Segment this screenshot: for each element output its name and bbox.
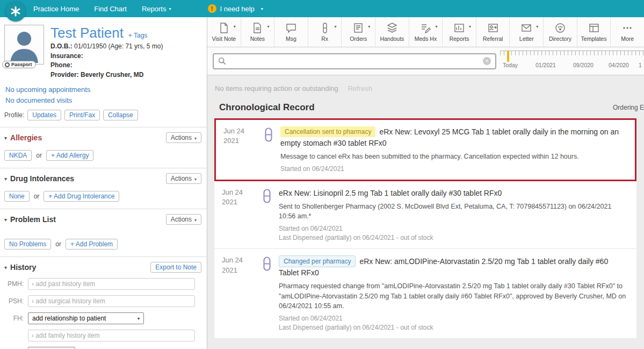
problem-list-title: Problem List bbox=[10, 215, 56, 224]
timeline-ticks bbox=[500, 51, 644, 55]
toolbar-msg-button[interactable]: Msg bbox=[274, 17, 308, 47]
timeline-marker[interactable] bbox=[507, 51, 509, 62]
search-input[interactable] bbox=[229, 57, 483, 65]
profile-row: Profile: Updates Print/Fax Collapse bbox=[0, 104, 207, 127]
nav-reports[interactable]: Reports▾ bbox=[142, 5, 171, 13]
app-root: Practice Home Find Chart Reports▾ ! I ne… bbox=[0, 0, 644, 349]
problem-list-actions-button[interactable]: Actions▾ bbox=[166, 214, 201, 225]
psh-input[interactable] bbox=[28, 295, 195, 307]
ordering-events-control[interactable]: Ordering E bbox=[613, 102, 644, 111]
add-problem-button[interactable]: + Add Problem bbox=[66, 239, 118, 250]
timeline-label[interactable]: 09/2020 bbox=[573, 62, 594, 68]
record-entry-lisinopril[interactable]: Jun 24 2021 eRx New: Lisinopril 2.5 mg T… bbox=[214, 181, 636, 249]
add-drug-intolerance-button[interactable]: + Add Drug Intolerance bbox=[44, 191, 119, 202]
caret-down-icon: ▾ bbox=[435, 24, 437, 29]
fh-input[interactable] bbox=[28, 330, 195, 341]
toolbar-handouts-button[interactable]: Handouts bbox=[375, 17, 409, 47]
updates-button[interactable]: Updates bbox=[27, 110, 61, 120]
caret-down-icon: ▾ bbox=[536, 24, 538, 29]
caret-down-icon: ▾ bbox=[194, 218, 197, 223]
add-tags-link[interactable]: + Tags bbox=[128, 32, 147, 39]
appointments-link[interactable]: No upcoming appointments bbox=[5, 86, 201, 94]
chart-timeline[interactable]: Today 01/2021 09/2020 04/2020 1 bbox=[500, 51, 644, 75]
caret-down-icon: ▾ bbox=[194, 136, 197, 141]
export-to-note-button[interactable]: Export to Note bbox=[150, 262, 201, 273]
caret-down-icon: ▾ bbox=[169, 6, 171, 11]
patient-header: Passport Test Patient + Tags D.O.B.: 01/… bbox=[0, 17, 207, 79]
nav-find-chart[interactable]: Find Chart bbox=[94, 5, 127, 13]
allergies-section: ▾ Allergies Actions▾ NKDA or + Add Aller… bbox=[0, 127, 207, 168]
record-entry-amlodipine-atorvastatin[interactable]: Jun 24 2021 Changed per pharmacyeRx New:… bbox=[214, 249, 636, 338]
app-logo[interactable] bbox=[5, 1, 26, 22]
entry-detail: Message to cancel eRx has been submitted… bbox=[280, 152, 627, 161]
timeline-label[interactable]: 1 bbox=[639, 62, 642, 68]
toolbar-rx-button[interactable]: ▾ Rx bbox=[308, 17, 342, 47]
drug-intolerances-actions-button[interactable]: Actions▾ bbox=[166, 173, 201, 184]
record-entry-levoxyl[interactable]: Jun 24 2021 Cancellation sent to pharmac… bbox=[214, 118, 636, 181]
visit-note-icon bbox=[218, 22, 230, 34]
timeline-label[interactable]: 01/2021 bbox=[536, 62, 556, 68]
entry-year: 2021 bbox=[222, 266, 255, 275]
chart-main: ▾ Visit Note ▾ Notes Msg ▾ Rx ▾ Order bbox=[207, 17, 644, 349]
or-label: or bbox=[55, 240, 61, 248]
timeline-label[interactable]: 04/2020 bbox=[609, 62, 629, 68]
entry-date: Jun 24 bbox=[223, 126, 257, 136]
entry-meta: Started on 06/24/2021 bbox=[279, 315, 629, 322]
templates-icon bbox=[588, 22, 600, 34]
caret-down-icon: ▾ bbox=[469, 24, 471, 29]
clear-search-icon[interactable]: × bbox=[483, 57, 491, 65]
toolbar-notes-button[interactable]: ▾ Notes bbox=[241, 17, 275, 47]
psh-label: PSH: bbox=[4, 297, 24, 305]
entry-year: 2021 bbox=[222, 197, 255, 207]
print-fax-button[interactable]: Print/Fax bbox=[64, 110, 100, 120]
entry-date: Jun 24 bbox=[222, 255, 255, 265]
drug-intolerances-section: ▾ Drug Intolerances Actions▾ None or + A… bbox=[0, 168, 207, 209]
collapse-button[interactable]: Collapse bbox=[103, 110, 138, 120]
nav-practice-home[interactable]: Practice Home bbox=[33, 5, 79, 13]
fh-relationship-select[interactable]: add relationship to patient ▾ bbox=[28, 312, 144, 324]
or-label: or bbox=[36, 152, 42, 159]
topbar: Practice Home Find Chart Reports▾ ! I ne… bbox=[0, 0, 644, 17]
toolbar-orders-button[interactable]: ▾ Orders bbox=[342, 17, 375, 47]
entry-year: 2021 bbox=[223, 136, 257, 146]
collapse-caret-icon[interactable]: ▾ bbox=[4, 217, 7, 223]
status-badge-cancellation: Cancellation sent to pharmacy bbox=[280, 126, 375, 137]
patient-avatar[interactable]: Passport bbox=[4, 25, 44, 65]
collapse-caret-icon[interactable]: ▾ bbox=[4, 135, 7, 141]
toolbar-meds-hx-button[interactable]: ▾ Meds Hx bbox=[409, 17, 443, 47]
toolbar-more-button[interactable]: More bbox=[611, 17, 644, 47]
entry-detail: Sent to Shollenberger Pharmacy (2002 S. … bbox=[279, 202, 629, 221]
sh-type-select[interactable]: add special ▾ bbox=[28, 347, 75, 349]
none-button[interactable]: None bbox=[4, 191, 30, 202]
timeline-label[interactable]: Today bbox=[503, 62, 518, 68]
entry-meta: Last Dispensed (partially) on 06/24/2021… bbox=[279, 324, 629, 331]
caret-down-icon: ▾ bbox=[267, 24, 269, 29]
pmh-input[interactable] bbox=[28, 278, 195, 290]
toolbar-reports-button[interactable]: ▾ Reports bbox=[443, 17, 476, 47]
toolbar-letter-button[interactable]: ▾ Letter bbox=[510, 17, 544, 47]
collapse-caret-icon[interactable]: ▾ bbox=[4, 265, 7, 270]
toolbar-templates-button[interactable]: Templates bbox=[577, 17, 611, 47]
message-icon bbox=[285, 22, 297, 34]
record-header: Chronological Record Ordering E bbox=[207, 92, 644, 118]
pill-icon bbox=[263, 257, 271, 271]
no-problems-button[interactable]: No Problems bbox=[4, 239, 51, 250]
allergies-actions-button[interactable]: Actions▾ bbox=[166, 132, 201, 143]
visits-link[interactable]: No documented visits bbox=[5, 96, 201, 104]
toolbar-visit-note-button[interactable]: ▾ Visit Note bbox=[207, 17, 241, 47]
caret-down-icon: ▾ bbox=[368, 24, 370, 29]
letter-icon bbox=[520, 22, 532, 34]
person-silhouette-icon bbox=[5, 25, 44, 64]
patient-provider: Provider: Beverly Crusher, MD bbox=[50, 71, 201, 80]
help-menu[interactable]: ! I need help ▾ bbox=[208, 4, 263, 13]
collapse-caret-icon[interactable]: ▾ bbox=[4, 176, 7, 182]
add-allergy-button[interactable]: + Add Allergy bbox=[46, 150, 93, 161]
toolbar-referral-button[interactable]: Referral bbox=[476, 17, 510, 47]
nkda-button[interactable]: NKDA bbox=[4, 150, 32, 161]
refresh-link[interactable]: Refresh bbox=[348, 84, 372, 92]
rx-pill-icon bbox=[319, 22, 331, 34]
toolbar-directory-button[interactable]: Directory bbox=[544, 17, 577, 47]
status-message: No items requiring action or outstanding bbox=[215, 84, 338, 92]
patient-phone: Phone: bbox=[50, 61, 201, 70]
passport-badge[interactable]: Passport bbox=[2, 61, 36, 68]
